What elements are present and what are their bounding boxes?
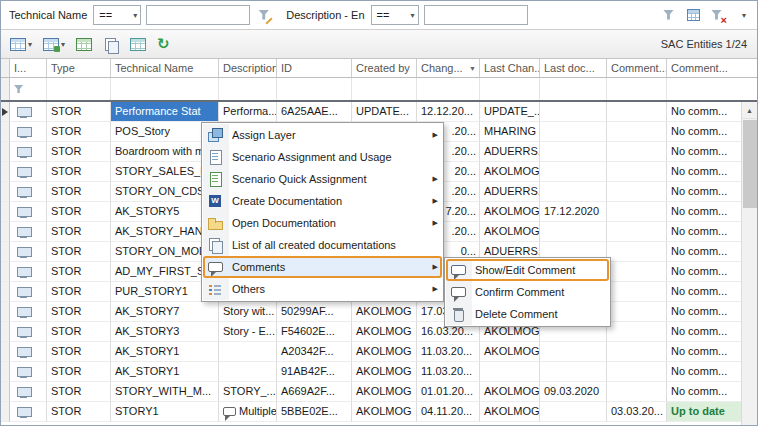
cell-comment2[interactable]: No comm... [667,382,741,402]
apply-filter-button[interactable] [659,5,679,25]
menu-item-assign-layer[interactable]: Assign Layer▶ [203,124,442,146]
table-row[interactable]: STORSTORY1Multiple S...5BBE02E...AKOLMOG… [1,402,757,422]
cell-desc[interactable]: Story - E... [219,322,277,342]
cell-comment1[interactable] [607,282,667,302]
cell-created_by[interactable]: AKOLMOG [352,382,417,402]
cell-type[interactable]: STOR [47,282,111,302]
menu-item-others[interactable]: Others▶ [203,278,442,300]
cell-comment1[interactable] [607,222,667,242]
cell-last_chan[interactable]: AKOLMOG [480,222,540,242]
table-row[interactable]: STORAK_STORY7Story wit...50299AF...AKOLM… [1,302,757,322]
layout-settings-button[interactable]: ▾ [40,36,68,53]
cell-type[interactable]: STOR [47,262,111,282]
cell-id[interactable]: 50299AF... [277,302,352,322]
cell-last_chan[interactable]: UPDATE_... [480,102,540,122]
cell-comment2[interactable]: No comm... [667,222,741,242]
menu-item-comments[interactable]: Comments▶ [203,256,442,278]
cell-last_doc[interactable] [540,182,607,202]
cell-id[interactable]: 5BBE02E... [277,402,352,422]
cell-comment2[interactable]: No comm... [667,282,741,302]
cell-type[interactable]: STOR [47,142,111,162]
dropdown-caret-icon[interactable]: ▾ [61,40,65,49]
cell-desc[interactable]: Multiple S... [219,402,277,422]
filter-cell-type[interactable] [47,78,111,100]
cell-desc[interactable] [219,362,277,382]
description-filter-input[interactable] [424,5,528,25]
cell-type[interactable]: STOR [47,222,111,242]
cell-comment2[interactable]: No comm... [667,182,741,202]
cell-type[interactable]: STOR [47,202,111,222]
cell-last_doc[interactable] [540,342,607,362]
cell-last_doc[interactable]: 17.12.2020 [540,202,607,222]
scrollbar-thumb[interactable] [743,120,757,208]
cell-type[interactable]: STOR [47,382,111,402]
filter-cell-desc[interactable] [219,78,277,100]
cell-comment1[interactable]: 03.03.20... [607,402,667,422]
cell-id[interactable]: 6A25AAE... [277,102,352,122]
filter-grid-button[interactable] [683,5,703,25]
description-operator-select[interactable]: == ▾ [371,5,419,25]
submenu-item-confirm-comment[interactable]: Confirm Comment [446,281,609,303]
cell-last_chan[interactable]: AKOLMOG [480,202,540,222]
submenu-item-show-edit-comment[interactable]: Show/Edit Comment [446,259,609,281]
column-header-last_chan[interactable]: Last Chan... [480,59,540,77]
cell-last_doc[interactable] [540,142,607,162]
cell-changed[interactable]: 11.03.20... [417,362,480,382]
submenu-item-delete-comment[interactable]: Delete Comment [446,303,609,325]
dropdown-caret-icon[interactable]: ▾ [28,40,32,49]
cell-created_by[interactable]: AKOLMOG [352,342,417,362]
cell-comment1[interactable] [607,262,667,282]
column-header-type[interactable]: Type [47,59,111,77]
scroll-up-button[interactable]: ▲ [742,102,757,119]
filter-cell-id[interactable] [277,78,352,100]
table-row[interactable]: STORPerformance StatPerforma...6A25AAE..… [1,102,757,122]
filter-cell-changed[interactable] [417,78,480,100]
filter-cell-comment1[interactable] [607,78,667,100]
cell-changed[interactable]: 11.03.20... [417,342,480,362]
cell-desc[interactable]: Story wit... [219,302,277,322]
cell-id[interactable]: A20342F... [277,342,352,362]
cell-comment1[interactable] [607,102,667,122]
cell-id[interactable]: A669A2F... [277,382,352,402]
filter-cell-created_by[interactable] [352,78,417,100]
cell-created_by[interactable]: UPDATE... [352,102,417,122]
filter-cell-comment2[interactable] [667,78,741,100]
cell-id[interactable]: 91AB42F... [277,362,352,382]
technical-name-filter-input[interactable] [146,5,250,25]
column-header-created_by[interactable]: Created by [352,59,417,77]
cell-type[interactable]: STOR [47,362,111,382]
cell-comment2[interactable]: No comm... [667,102,741,122]
cell-comment1[interactable] [607,322,667,342]
cell-last_doc[interactable] [540,122,607,142]
cell-name[interactable]: STORY_WITH_M... [111,382,219,402]
column-header-icon[interactable]: I... [10,59,47,77]
export-copy-button[interactable] [100,35,122,53]
cell-comment2[interactable]: Up to date [667,402,741,422]
cell-last_chan[interactable]: ADUERRS... [480,182,540,202]
clear-filter-button[interactable] [707,5,727,25]
cell-last_chan[interactable]: AKOLMOG [480,382,540,402]
cell-type[interactable]: STOR [47,102,111,122]
cell-name[interactable]: STORY1 [111,402,219,422]
cell-last_chan[interactable]: AKOLMOG [480,162,540,182]
menu-item-scenario-quick-assignment[interactable]: Scenario Quick Assignment▶ [203,168,442,190]
filter-cell-icon[interactable] [10,78,47,100]
table-row[interactable]: STORAK_STORY191AB42F...AKOLMOG11.03.20..… [1,362,757,382]
cell-changed[interactable]: 12.12.20... [417,102,480,122]
cell-desc[interactable]: STORY_... [219,382,277,402]
cell-type[interactable]: STOR [47,302,111,322]
cell-comment1[interactable] [607,142,667,162]
refresh-button[interactable]: ↻ [154,35,173,53]
filter-cell-last_chan[interactable] [480,78,540,100]
cell-last_chan[interactable]: MHARING [480,122,540,142]
cell-created_by[interactable]: AKOLMOG [352,402,417,422]
export-file-button[interactable] [127,36,149,53]
vertical-scrollbar[interactable]: ▲ [741,102,757,425]
cell-comment2[interactable]: No comm... [667,142,741,162]
cell-comment1[interactable] [607,302,667,322]
cell-last_doc[interactable] [540,162,607,182]
cell-comment2[interactable]: No comm... [667,302,741,322]
cell-id[interactable]: F54602E... [277,322,352,342]
cell-comment1[interactable] [607,382,667,402]
cell-comment2[interactable]: No comm... [667,122,741,142]
